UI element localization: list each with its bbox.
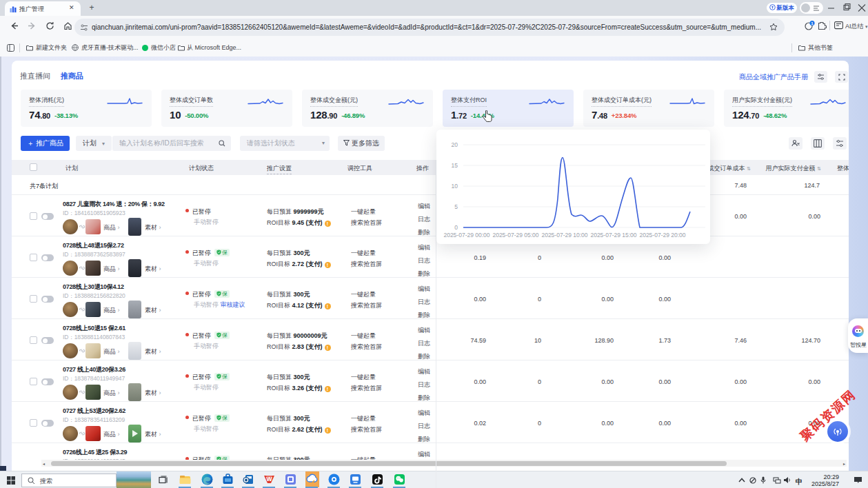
svg-text:2025-07-29 10:00: 2025-07-29 10:00 [541, 232, 587, 238]
svg-text:0: 0 [454, 224, 458, 231]
svg-text:10: 10 [452, 183, 458, 190]
svg-text:15: 15 [452, 162, 458, 169]
svg-text:2025-07-29 20:00: 2025-07-29 20:00 [639, 232, 685, 238]
svg-text:5: 5 [454, 203, 458, 210]
svg-text:2025-07-29 15:00: 2025-07-29 15:00 [590, 232, 636, 238]
svg-text:2025-07-29 00:00: 2025-07-29 00:00 [443, 232, 489, 238]
svg-text:20: 20 [452, 141, 458, 148]
svg-text:2025-07-29 05:00: 2025-07-29 05:00 [492, 232, 538, 238]
svg-text:W: W [266, 476, 272, 482]
